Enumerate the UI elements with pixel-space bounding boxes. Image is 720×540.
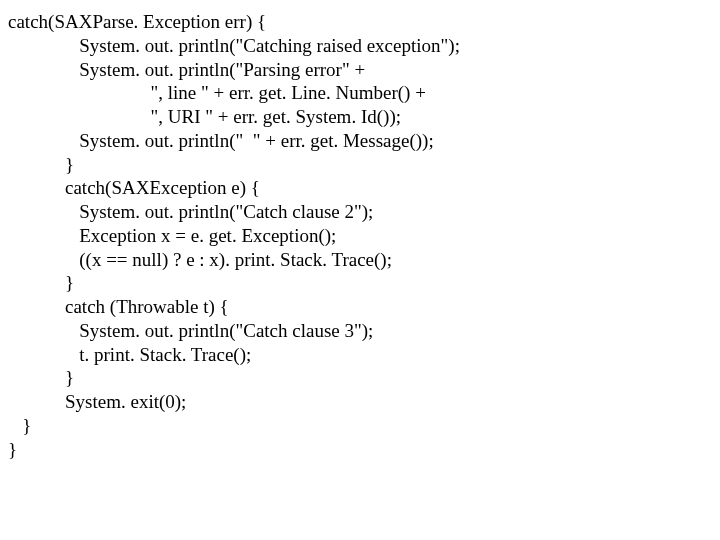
code-block: catch(SAXParse. Exception err) { System.…: [0, 0, 720, 471]
